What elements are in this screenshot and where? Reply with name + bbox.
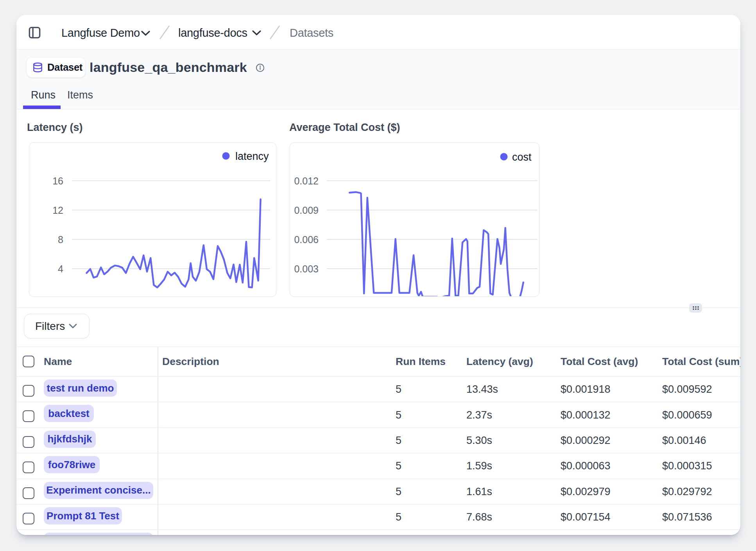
svg-text:8: 8 [58, 234, 63, 245]
svg-text:0.006: 0.006 [294, 234, 319, 245]
svg-text:0.003: 0.003 [294, 263, 319, 274]
svg-text:12: 12 [52, 205, 63, 216]
svg-text:16: 16 [52, 175, 63, 186]
svg-text:0.009: 0.009 [294, 205, 319, 216]
svg-text:cost: cost [512, 151, 532, 163]
svg-text:latency: latency [235, 150, 269, 162]
svg-text:4: 4 [58, 263, 63, 274]
svg-text:0.012: 0.012 [294, 175, 319, 186]
